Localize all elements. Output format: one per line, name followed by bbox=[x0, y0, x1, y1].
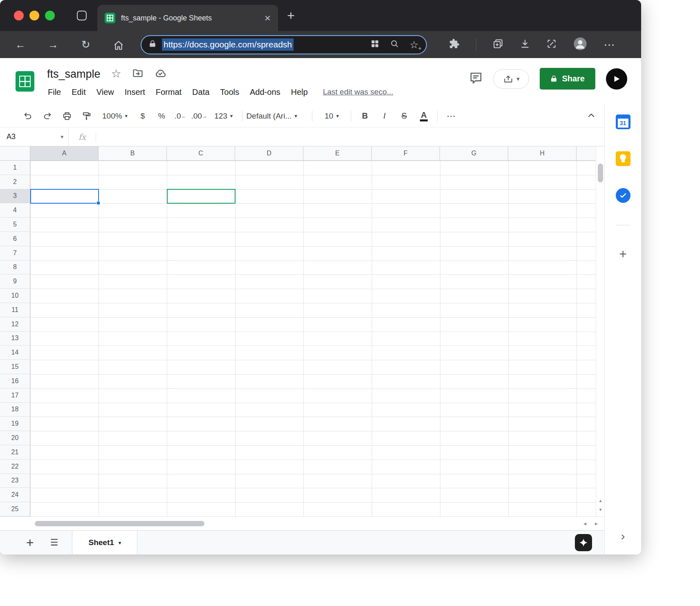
menu-item[interactable]: Format bbox=[150, 84, 187, 100]
row-header[interactable]: 22 bbox=[0, 460, 30, 474]
format-percent-button[interactable]: % bbox=[152, 108, 171, 124]
share-button[interactable]: Share bbox=[540, 68, 595, 90]
scroll-up-icon[interactable]: ▴ bbox=[596, 498, 605, 503]
fill-handle[interactable] bbox=[96, 201, 100, 205]
search-icon[interactable] bbox=[390, 39, 399, 50]
row-header[interactable]: 7 bbox=[0, 246, 30, 260]
all-sheets-icon[interactable]: ☰ bbox=[50, 537, 58, 548]
row-header[interactable]: 20 bbox=[0, 431, 30, 445]
paint-format-icon[interactable] bbox=[77, 108, 96, 124]
sheet-tab-active[interactable]: Sheet1 ▾ bbox=[72, 531, 137, 554]
row-header[interactable]: 18 bbox=[0, 403, 30, 417]
explore-button[interactable] bbox=[575, 534, 592, 551]
last-edit-link[interactable]: Last edit was seco... bbox=[323, 88, 393, 97]
collapse-side-panel-icon[interactable]: › bbox=[605, 529, 641, 543]
row-header[interactable]: 3 bbox=[0, 189, 30, 204]
undo-icon[interactable] bbox=[18, 108, 38, 124]
browser-menu-icon[interactable]: ⋯ bbox=[604, 38, 616, 52]
comments-icon[interactable] bbox=[469, 72, 482, 86]
horizontal-scrollbar-thumb[interactable] bbox=[35, 521, 204, 526]
menu-item[interactable]: View bbox=[91, 84, 119, 100]
add-sheet-button[interactable]: + bbox=[26, 536, 34, 549]
document-title[interactable]: fts_sample bbox=[47, 68, 101, 81]
cloud-status-icon[interactable] bbox=[154, 67, 166, 81]
zoom-window-button[interactable] bbox=[45, 11, 55, 20]
print-icon[interactable] bbox=[57, 108, 77, 124]
column-header[interactable]: D bbox=[235, 146, 303, 161]
tasks-icon[interactable] bbox=[616, 188, 630, 203]
vertical-scrollbar[interactable]: ▴ ▾ bbox=[596, 146, 604, 516]
bold-button[interactable]: B bbox=[355, 108, 375, 124]
row-header[interactable]: 2 bbox=[0, 175, 30, 189]
column-header[interactable]: A bbox=[30, 146, 99, 161]
text-color-button[interactable]: A bbox=[414, 108, 433, 124]
row-header[interactable]: 25 bbox=[0, 502, 30, 516]
user-avatar[interactable] bbox=[606, 68, 627, 90]
column-header[interactable]: F bbox=[372, 146, 440, 161]
keep-icon[interactable] bbox=[616, 151, 630, 166]
home-icon[interactable] bbox=[110, 38, 127, 51]
row-header[interactable]: 6 bbox=[0, 232, 30, 246]
column-header[interactable]: G bbox=[440, 146, 508, 161]
row-header[interactable]: 23 bbox=[0, 474, 30, 488]
grid-icon[interactable] bbox=[370, 39, 379, 50]
menu-item[interactable]: Insert bbox=[119, 84, 150, 100]
formula-input[interactable] bbox=[96, 128, 604, 146]
window-icon[interactable] bbox=[77, 11, 87, 20]
menu-item[interactable]: Tools bbox=[215, 84, 245, 100]
column-header[interactable]: C bbox=[167, 146, 235, 161]
number-format-select[interactable]: 123 ▾ bbox=[214, 112, 233, 121]
decrease-decimal-button[interactable]: .0← bbox=[171, 108, 190, 124]
extensions-icon[interactable] bbox=[449, 38, 460, 51]
row-header[interactable]: 4 bbox=[0, 203, 30, 218]
row-header[interactable]: 19 bbox=[0, 417, 30, 431]
row-header[interactable]: 16 bbox=[0, 374, 30, 388]
move-folder-icon[interactable] bbox=[132, 67, 144, 81]
scroll-right-icon[interactable]: ▸ bbox=[595, 520, 598, 527]
select-all-corner[interactable] bbox=[0, 146, 30, 161]
menu-item[interactable]: File bbox=[43, 84, 66, 100]
download-icon[interactable] bbox=[520, 38, 530, 51]
redo-icon[interactable] bbox=[38, 108, 57, 124]
font-select[interactable]: Default (Ari... ▾ bbox=[246, 112, 308, 121]
calendar-icon[interactable]: 31 bbox=[616, 114, 630, 129]
row-header[interactable]: 9 bbox=[0, 274, 30, 289]
scroll-left-icon[interactable]: ◂ bbox=[583, 520, 586, 527]
selected-cell-a3[interactable] bbox=[30, 189, 99, 204]
font-size-select[interactable]: 10 ▾ bbox=[316, 112, 347, 121]
menu-item[interactable]: Add-ons bbox=[245, 84, 286, 100]
cells-area[interactable] bbox=[30, 161, 596, 516]
row-header[interactable]: 14 bbox=[0, 346, 30, 360]
close-window-button[interactable] bbox=[14, 11, 24, 20]
zoom-select[interactable]: 100% ▾ bbox=[102, 112, 128, 121]
refresh-icon[interactable]: ↻ bbox=[78, 38, 94, 51]
row-header[interactable]: 5 bbox=[0, 218, 30, 232]
collections-icon[interactable] bbox=[493, 38, 503, 51]
row-header[interactable]: 17 bbox=[0, 388, 30, 403]
back-icon[interactable]: ← bbox=[12, 38, 29, 51]
row-header[interactable]: 13 bbox=[0, 332, 30, 346]
row-header[interactable]: 11 bbox=[0, 303, 30, 317]
strikethrough-button[interactable]: S bbox=[394, 108, 414, 124]
menu-item[interactable]: Edit bbox=[66, 84, 91, 100]
forward-icon[interactable]: → bbox=[45, 38, 61, 51]
web-capture-icon[interactable] bbox=[546, 38, 557, 51]
menu-item[interactable]: Help bbox=[286, 84, 313, 100]
present-button[interactable]: ▾ bbox=[493, 69, 529, 89]
address-bar[interactable]: https://docs.google.com/spreadsh ☆+ bbox=[141, 35, 427, 54]
browser-tab[interactable]: fts_sample - Google Sheets × bbox=[97, 5, 278, 31]
menu-item[interactable]: Data bbox=[187, 84, 215, 100]
sheets-logo[interactable] bbox=[16, 71, 34, 92]
column-header[interactable]: E bbox=[303, 146, 372, 161]
row-header[interactable]: 10 bbox=[0, 289, 30, 303]
row-header[interactable]: 12 bbox=[0, 317, 30, 332]
horizontal-scrollbar[interactable]: ◂ ▸ bbox=[0, 516, 604, 530]
profile-avatar[interactable] bbox=[573, 37, 587, 52]
vertical-scrollbar-thumb[interactable] bbox=[598, 164, 603, 182]
name-box[interactable]: A3 ▾ bbox=[0, 128, 69, 146]
add-favorite-icon[interactable]: ☆+ bbox=[410, 40, 419, 50]
collapse-toolbar-icon[interactable] bbox=[586, 110, 596, 122]
more-toolbar-icon[interactable]: ⋯ bbox=[441, 108, 461, 124]
scroll-down-icon[interactable]: ▾ bbox=[596, 507, 605, 512]
new-tab-button[interactable]: + bbox=[287, 8, 295, 23]
